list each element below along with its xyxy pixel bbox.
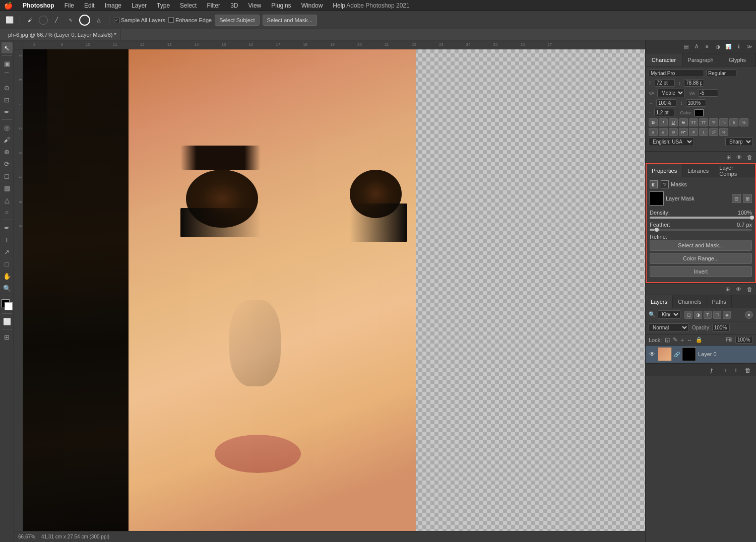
bold-button[interactable]: B — [649, 118, 658, 126]
tool-shape[interactable]: □ — [2, 258, 13, 269]
opentype-btn[interactable]: a — [649, 128, 658, 136]
select-mask-refine-button[interactable]: Select and Mask... — [650, 240, 752, 251]
canvas-content[interactable] — [23, 49, 645, 531]
filter-toggle[interactable]: ● — [745, 311, 753, 319]
brush-size-preview[interactable] — [79, 15, 90, 26]
tool-hand[interactable]: ✋ — [2, 270, 13, 282]
lock-move-icon[interactable]: ↔ — [687, 337, 692, 343]
brush-mode-b-icon[interactable]: ╱ — [51, 15, 62, 26]
ligature-button[interactable]: fi — [729, 118, 738, 126]
tool-brush[interactable]: 🖌 — [2, 134, 13, 145]
tool-blur[interactable]: △ — [2, 194, 13, 206]
tab-paragraph[interactable]: Paragraph — [682, 53, 719, 66]
frac-button[interactable]: ½ — [739, 118, 748, 126]
scale-h-input[interactable] — [656, 99, 676, 107]
tool-gradient[interactable]: ▦ — [2, 182, 13, 193]
num-half-btn[interactable]: ½ — [719, 128, 728, 136]
tracking-input[interactable] — [698, 89, 718, 97]
feather-thumb[interactable] — [655, 228, 659, 232]
menu-image[interactable]: Image — [103, 2, 123, 9]
lock-transparency-icon[interactable]: ◱ — [665, 336, 670, 343]
tab-layercomps[interactable]: Layer Comps — [714, 164, 755, 177]
brush-preset-icon[interactable]: 🖌 — [25, 15, 36, 26]
font-style-input[interactable] — [706, 70, 736, 77]
foreground-color[interactable] — [2, 299, 13, 310]
eye-icon[interactable]: 👁 — [734, 153, 743, 162]
swash-btn[interactable]: a — [659, 128, 668, 136]
select-mask-button[interactable]: Select and Mask... — [263, 15, 318, 26]
menu-layer[interactable]: Layer — [130, 2, 149, 9]
tab-layers[interactable]: Layers — [646, 295, 673, 308]
font-family-input[interactable] — [649, 70, 704, 77]
tool-history-brush[interactable]: ⟳ — [2, 158, 13, 169]
tool-quick-select[interactable]: ⊙ — [2, 82, 13, 93]
smallcaps-button[interactable]: TT — [699, 118, 708, 126]
document-tab[interactable]: ph-6.jpg @ 66.7% (Layer 0, Layer Mask/8)… — [4, 29, 121, 40]
filter-adjust-icon[interactable]: ◑ — [694, 311, 702, 319]
new-group-icon[interactable]: □ — [719, 365, 729, 375]
filter-kind-dropdown[interactable]: Kind — [658, 310, 680, 319]
tool-clone[interactable]: ⊕ — [2, 146, 13, 157]
discretionary-lig-btn[interactable]: fi — [689, 128, 698, 136]
filter-shape-icon[interactable]: □ — [713, 311, 721, 319]
tool-dodge[interactable]: ○ — [2, 207, 13, 218]
italic-button[interactable]: I — [659, 118, 668, 126]
panel-icon-arrow[interactable]: ≫ — [745, 42, 754, 51]
enhance-edge-check[interactable] — [168, 17, 174, 23]
density-slider[interactable] — [650, 217, 752, 219]
panel-icon-hist[interactable]: 📊 — [724, 42, 733, 51]
panel-icon-layers[interactable]: ≡ — [703, 42, 712, 51]
tool-path-select[interactable]: ↗ — [2, 246, 13, 257]
menu-view[interactable]: View — [246, 2, 263, 9]
tool-crop[interactable]: ⊡ — [2, 94, 13, 105]
strikethrough-button[interactable]: S — [679, 118, 688, 126]
old-style-btn[interactable]: 1 — [699, 128, 708, 136]
menu-window[interactable]: Window — [299, 2, 325, 9]
tool-screen-mode[interactable]: ⊞ — [2, 331, 13, 343]
apple-menu[interactable]: 🍎 — [4, 2, 13, 10]
num-one-btn[interactable]: 1² — [709, 128, 718, 136]
panel-icon-adjust[interactable]: ◑ — [713, 42, 722, 51]
lock-paint-icon[interactable]: ✎ — [673, 336, 677, 343]
panel-icon-props[interactable]: ▤ — [681, 42, 690, 51]
leading-input[interactable] — [684, 79, 704, 87]
menu-3d[interactable]: 3D — [228, 2, 240, 9]
panel-icon-info[interactable]: ℹ — [734, 42, 743, 51]
filter-smart-icon[interactable]: ◈ — [723, 311, 731, 319]
menu-type[interactable]: Type — [155, 2, 172, 9]
pressure-icon[interactable]: △ — [93, 15, 104, 26]
filter-pixel-icon[interactable]: ◻ — [684, 311, 692, 319]
menu-plugins[interactable]: Plugins — [269, 2, 293, 9]
color-swatch[interactable] — [695, 109, 704, 116]
opacity-input[interactable] — [712, 324, 730, 331]
tool-marquee-icon[interactable]: ⬜ — [4, 15, 15, 26]
subscript-button[interactable]: T₂ — [719, 118, 728, 126]
layers-eye-icon[interactable]: 👁 — [734, 285, 743, 294]
tab-libraries[interactable]: Libraries — [682, 164, 714, 177]
tool-type[interactable]: T — [2, 234, 13, 245]
select-subject-button[interactable]: Select Subject — [215, 15, 259, 26]
trash-icon[interactable]: 🗑 — [745, 153, 754, 162]
layer-row[interactable]: 👁 🔗 Layer 0 — [646, 346, 756, 363]
lock-all-icon[interactable]: 🔒 — [696, 336, 703, 343]
tab-character[interactable]: Character — [646, 53, 682, 66]
brush-mode-c-icon[interactable]: ∿ — [65, 15, 76, 26]
new-fill-adjustment-icon[interactable]: ƒ — [707, 365, 717, 375]
sample-all-check[interactable] — [114, 18, 119, 23]
mask-apply-btn[interactable]: ⊞ — [743, 194, 752, 203]
font-size-input[interactable] — [655, 79, 675, 87]
tab-glyphs[interactable]: Glyphs — [719, 53, 756, 66]
panel-icon-char[interactable]: A — [692, 42, 701, 51]
new-layer-icon[interactable]: + — [731, 365, 741, 375]
tab-properties[interactable]: Properties — [647, 164, 682, 177]
alt-glyph-btn[interactable]: Θ — [669, 128, 678, 136]
allcaps-button[interactable]: TT — [689, 118, 698, 126]
tab-channels[interactable]: Channels — [673, 295, 707, 308]
ordinals-btn[interactable]: Nᵒ — [679, 128, 688, 136]
filter-type-icon[interactable]: T — [704, 311, 712, 319]
mask-link-btn[interactable]: ⊟ — [732, 194, 741, 203]
invert-button[interactable]: Invert — [650, 266, 752, 277]
tool-marquee[interactable]: ▣ — [2, 58, 13, 69]
tool-eraser[interactable]: ◻ — [2, 170, 13, 181]
menu-file[interactable]: File — [62, 2, 76, 9]
